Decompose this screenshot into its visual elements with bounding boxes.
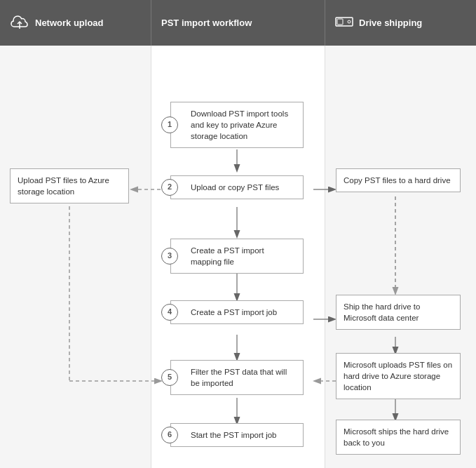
drive-shipping-header: Drive shipping <box>325 0 476 46</box>
step-3-num: 3 <box>161 248 178 265</box>
ship-hard-drive-box: Ship the hard drive to Microsoft data ce… <box>336 295 461 330</box>
drive-shipping-label: Drive shipping <box>359 18 422 28</box>
content-area: Upload PST files to Azure storage locati… <box>0 46 476 468</box>
microsoft-uploads-text: Microsoft uploads PST files on hard driv… <box>344 361 452 392</box>
svg-point-3 <box>348 20 351 23</box>
step-2-box: 2 Upload or copy PST files <box>170 175 304 199</box>
pst-workflow-header: PST import workflow <box>151 0 325 46</box>
microsoft-ships-back-box: Microsoft ships the hard drive back to y… <box>336 420 461 455</box>
step-2-text: Upload or copy PST files <box>191 183 279 192</box>
step-5-num: 5 <box>161 369 178 386</box>
upload-azure-text: Upload PST files to Azure storage locati… <box>18 176 109 196</box>
step-6-text: Start the PST import job <box>191 431 277 439</box>
step-3-box: 3 Create a PST import mapping file <box>170 239 304 274</box>
microsoft-ships-back-text: Microsoft ships the hard drive back to y… <box>344 427 449 447</box>
step-1-text: Download PST import tools and key to pri… <box>191 109 288 140</box>
step-1-box: 1 Download PST import tools and key to p… <box>170 102 304 148</box>
upload-azure-box: Upload PST files to Azure storage locati… <box>10 168 129 203</box>
step-4-box: 4 Create a PST import job <box>170 300 304 324</box>
left-col-bg <box>0 46 151 468</box>
step-4-num: 4 <box>161 304 178 321</box>
step-2-num: 2 <box>161 179 178 196</box>
headers-row: Network upload PST import workflow Drive… <box>0 0 476 46</box>
pst-workflow-label: PST import workflow <box>161 18 252 28</box>
right-col-bg <box>325 46 476 468</box>
microsoft-uploads-box: Microsoft uploads PST files on hard driv… <box>336 353 461 399</box>
step-5-text: Filter the PST data that will be importe… <box>191 368 287 387</box>
copy-pst-hard-drive-text: Copy PST files to a hard drive <box>344 176 451 185</box>
step-1-num: 1 <box>161 116 178 133</box>
network-upload-label: Network upload <box>35 18 104 28</box>
diagram-container: Network upload PST import workflow Drive… <box>0 0 476 468</box>
step-6-num: 6 <box>161 427 178 443</box>
copy-pst-hard-drive-box: Copy PST files to a hard drive <box>336 168 461 192</box>
drive-icon <box>335 15 353 30</box>
step-6-box: 6 Start the PST import job <box>170 423 304 447</box>
step-4-text: Create a PST import job <box>191 308 277 316</box>
step-3-text: Create a PST import mapping file <box>191 246 264 266</box>
step-5-box: 5 Filter the PST data that will be impor… <box>170 360 304 395</box>
svg-rect-2 <box>337 19 343 25</box>
ship-hard-drive-text: Ship the hard drive to Microsoft data ce… <box>344 302 420 322</box>
network-upload-header: Network upload <box>0 0 151 46</box>
cloud-icon <box>10 14 29 32</box>
